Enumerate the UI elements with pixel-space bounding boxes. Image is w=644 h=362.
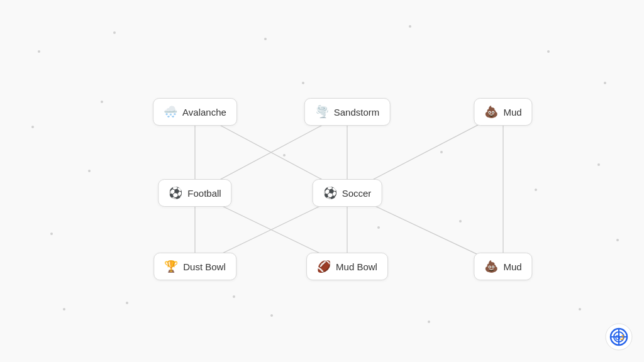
node-emoji: 🌨️	[164, 105, 177, 119]
node-emoji: 🏆	[164, 260, 178, 273]
decorative-dot	[597, 163, 600, 166]
node-label: Mud	[503, 107, 521, 118]
node-mud_bottom[interactable]: 💩Mud	[474, 253, 532, 280]
decorative-dot	[440, 151, 443, 153]
node-emoji: ⚽	[169, 186, 182, 200]
node-emoji: ⚽	[323, 186, 337, 200]
node-label: Football	[187, 188, 221, 199]
decorative-dot	[264, 38, 267, 40]
node-emoji: 🌪️	[315, 105, 329, 119]
node-emoji: 💩	[484, 260, 498, 273]
logo: G J	[605, 323, 633, 351]
decorative-dot	[63, 308, 65, 310]
decorative-dot	[101, 101, 103, 103]
node-avalanche[interactable]: 🌨️Avalanche	[153, 98, 237, 126]
decorative-dot	[428, 321, 430, 323]
decorative-dot	[38, 50, 40, 53]
decorative-dot	[616, 239, 619, 241]
node-emoji: 🏈	[317, 260, 331, 273]
decorative-dot	[604, 82, 606, 84]
node-label: Mud Bowl	[336, 261, 377, 272]
node-sandstorm[interactable]: 🌪️Sandstorm	[304, 98, 391, 126]
decorative-dot	[233, 295, 235, 298]
decorative-dot	[409, 25, 411, 28]
node-label: Avalanche	[182, 107, 226, 118]
node-emoji: 💩	[484, 105, 498, 119]
node-soccer[interactable]: ⚽Soccer	[313, 179, 382, 207]
node-label: Soccer	[342, 188, 372, 199]
decorative-dot	[126, 302, 128, 304]
decorative-dot	[270, 314, 273, 317]
decorative-dot	[50, 233, 53, 235]
node-dust_bowl[interactable]: 🏆Dust Bowl	[153, 253, 236, 280]
decorative-dot	[579, 308, 581, 310]
decorative-dot	[459, 220, 462, 222]
node-label: Dust Bowl	[183, 261, 226, 272]
decorative-dot	[31, 126, 34, 128]
decorative-dot	[88, 170, 91, 172]
decorative-dot	[113, 31, 116, 34]
node-mud_bowl[interactable]: 🏈Mud Bowl	[306, 253, 388, 280]
decorative-dot	[302, 82, 304, 84]
node-label: Mud	[503, 261, 521, 272]
node-mud_top[interactable]: 💩Mud	[474, 98, 532, 126]
nodes-container: 🌨️Avalanche🌪️Sandstorm💩Mud⚽Football⚽Socc…	[0, 0, 644, 362]
node-football[interactable]: ⚽Football	[158, 179, 231, 207]
node-label: Sandstorm	[334, 107, 380, 118]
svg-text:J: J	[620, 334, 624, 341]
decorative-dot	[283, 154, 286, 156]
decorative-dot	[377, 226, 380, 229]
decorative-dot	[535, 189, 537, 191]
decorative-dot	[547, 50, 550, 53]
